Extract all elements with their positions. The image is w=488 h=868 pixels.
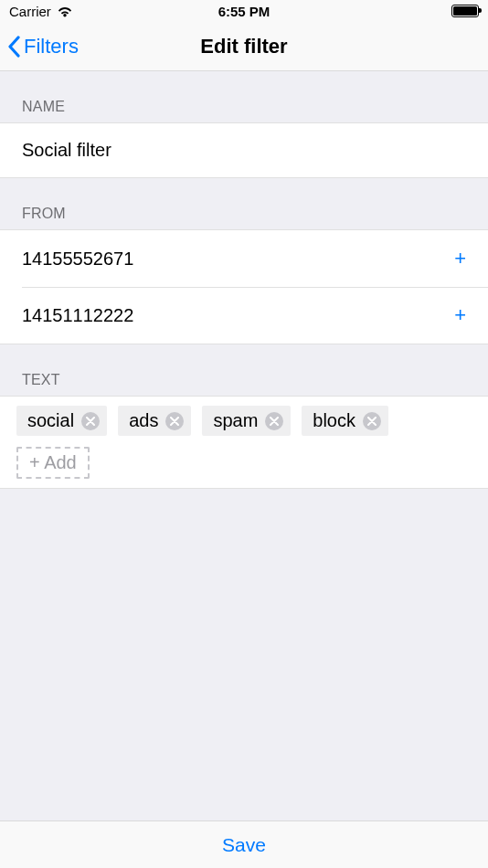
tag: block [302, 406, 388, 436]
remove-tag-icon[interactable] [363, 412, 381, 430]
add-tag-button[interactable]: + Add [16, 447, 90, 479]
name-section-header: NAME [0, 71, 488, 122]
from-section: FROM 14155552671+14151112222+ [0, 178, 488, 344]
wifi-icon [57, 5, 73, 17]
name-cell[interactable]: Social filter [0, 123, 488, 177]
status-right [323, 5, 479, 17]
from-number: 14155552671 [22, 249, 443, 270]
remove-tag-icon[interactable] [81, 412, 100, 430]
remove-tag-icon[interactable] [265, 412, 283, 430]
text-section: TEXT socialadsspamblock+ Add [0, 344, 488, 489]
tag-row: socialadsspamblock+ Add [0, 396, 488, 489]
tag-label: spam [213, 410, 258, 431]
status-left: Carrier [9, 4, 165, 19]
from-cell[interactable]: 14155552671+ [0, 230, 488, 287]
status-bar: Carrier 6:55 PM [0, 0, 488, 22]
tag: spam [202, 406, 291, 436]
save-button[interactable]: Save [222, 834, 266, 856]
tag: ads [118, 406, 191, 436]
tag-label: social [27, 410, 74, 431]
text-section-header: TEXT [0, 344, 488, 396]
battery-icon [451, 5, 479, 17]
status-time: 6:55 PM [165, 4, 322, 19]
tag-label: block [313, 410, 355, 431]
back-button[interactable]: Filters [7, 22, 79, 70]
name-section: NAME Social filter [0, 71, 488, 178]
add-from-button[interactable]: + [443, 303, 466, 327]
remove-tag-icon[interactable] [165, 412, 184, 430]
tag-label: ads [129, 410, 158, 431]
add-from-button[interactable]: + [443, 247, 466, 270]
back-label: Filters [24, 35, 79, 58]
name-value: Social filter [22, 140, 466, 161]
nav-bar: Filters Edit filter [0, 22, 488, 71]
from-cell[interactable]: 14151112222+ [0, 287, 488, 344]
carrier-label: Carrier [9, 4, 51, 19]
tag: social [16, 406, 107, 436]
from-section-header: FROM [0, 178, 488, 229]
chevron-left-icon [7, 36, 20, 58]
footer-bar: Save [0, 820, 488, 868]
from-number: 14151112222 [22, 305, 443, 326]
